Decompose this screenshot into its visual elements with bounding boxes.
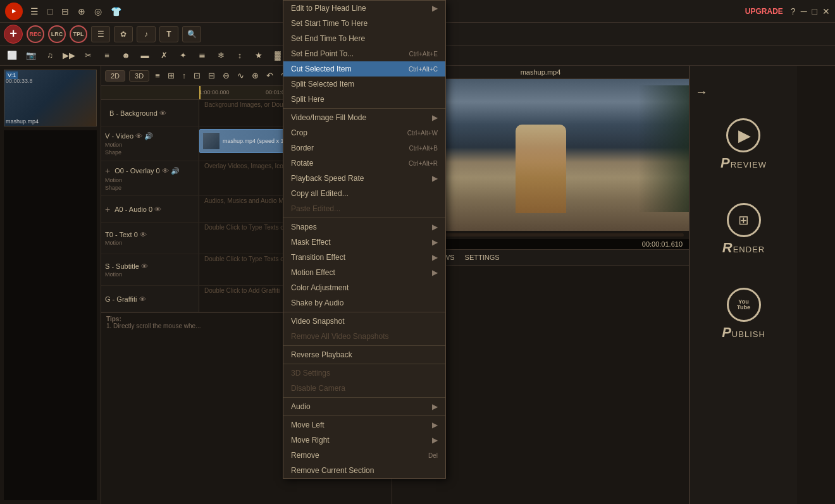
tb2-layers-icon[interactable]: ≡ (99, 48, 115, 63)
cm-fill-mode[interactable]: Video/Image Fill Mode ▶ (283, 110, 445, 125)
eye-audio[interactable]: 👁 (154, 206, 161, 213)
eye-video[interactable]: 👁 (135, 132, 142, 140)
eye-subtitle[interactable]: 👁 (141, 262, 148, 270)
mode-2d-button[interactable]: 2D (105, 70, 125, 82)
eye-graffiti[interactable]: 👁 (139, 295, 146, 303)
new-icon[interactable]: □ (47, 6, 53, 16)
tb2-list-icon[interactable]: ≣ (194, 48, 210, 63)
cm-edit-playhead-arrow: ▶ (432, 4, 438, 13)
shirt-icon[interactable]: 👕 (111, 6, 121, 16)
cm-split-here[interactable]: Split Here (283, 92, 445, 107)
crop-icon[interactable]: ⊡ (192, 71, 202, 80)
cm-move-right[interactable]: Move Right ▶ (283, 433, 445, 448)
cm-transition-effect[interactable]: Transition Effect ▶ (283, 250, 445, 265)
preview-button[interactable]: ▶ P REVIEW (721, 118, 767, 171)
close-button[interactable]: ✕ (822, 6, 830, 16)
context-menu: Edit to Play Head Line ▶ Set Start Time … (283, 0, 446, 479)
cm-video-snapshot[interactable]: Video Snapshot (283, 314, 445, 329)
speaker-overlay[interactable]: 🔊 (171, 167, 180, 175)
cm-set-end-label: Set End Time To Here (291, 34, 438, 43)
zoom-in-icon[interactable]: ⊕ (250, 71, 261, 80)
tb2-camera-icon[interactable]: 📷 (23, 48, 39, 63)
track-graffiti-placeholder: Double Click to Add Graffiti (199, 285, 285, 297)
eye-overlay[interactable]: 👁 (162, 167, 169, 175)
text-button[interactable]: T (159, 26, 178, 42)
tb2-music-icon[interactable]: ♫ (42, 48, 58, 63)
tb2-snowflake-icon[interactable]: ❄ (213, 48, 229, 63)
add-overlay[interactable]: + (105, 166, 110, 176)
up-icon[interactable]: ↑ (180, 71, 189, 80)
cm-rotate[interactable]: Rotate Ctrl+Alt+R (283, 156, 445, 171)
cm-set-endpoint[interactable]: Set End Point To... Ctrl+Alt+E (283, 46, 445, 61)
wave-icon[interactable]: ∿ (235, 71, 246, 80)
sort-icon[interactable]: ≡ (153, 71, 162, 80)
help-button[interactable]: ? (791, 6, 796, 16)
grid-icon[interactable]: ⊞ (166, 71, 176, 80)
tb2-star-icon[interactable]: ✦ (175, 48, 191, 63)
flower-button[interactable]: ✿ (114, 26, 133, 42)
cm-rotate-label: Rotate (291, 159, 404, 168)
add-media-button[interactable]: + (4, 25, 23, 44)
tb2-bar-icon[interactable]: ▬ (137, 48, 153, 63)
publish-button[interactable]: You Tube P UBLISH (722, 288, 765, 341)
cm-shapes[interactable]: Shapes ▶ (283, 219, 445, 235)
cm-mask-effect[interactable]: Mask Effect ▶ (283, 235, 445, 250)
cm-crop[interactable]: Crop Ctrl+Alt+W (283, 125, 445, 140)
app-logo: ▶ (5, 3, 23, 20)
cm-audio[interactable]: Audio ▶ (283, 399, 445, 414)
arrow-icon[interactable]: → (695, 85, 708, 99)
tb2-cut-icon[interactable]: ✂ (80, 48, 96, 63)
media-thumbnail[interactable]: V:1 00:00:33.8 mashup.mp4 (4, 70, 97, 126)
search-icon2[interactable]: ◎ (94, 6, 102, 16)
tb2-emoji-icon[interactable]: ☻ (118, 48, 134, 63)
cm-paste-edited-label: Paste Edited... (291, 204, 438, 213)
view-icon[interactable]: ⊟ (61, 6, 69, 16)
cm-motion-effect[interactable]: Motion Effect ▶ (283, 265, 445, 280)
mode-3d-button[interactable]: 3D (129, 70, 149, 82)
cm-remove[interactable]: Remove Del (283, 448, 445, 463)
cm-move-left[interactable]: Move Left ▶ (283, 417, 445, 433)
cm-mask-arrow: ▶ (432, 238, 438, 247)
tpl-button[interactable]: TPL (70, 25, 87, 43)
lrc-button[interactable]: LRC (48, 25, 66, 43)
undo-icon[interactable]: ↶ (264, 71, 275, 80)
cm-shake-audio[interactable]: Shake by Audio (283, 295, 445, 310)
tb2-star2-icon[interactable]: ★ (250, 48, 267, 63)
cm-copy-edited[interactable]: Copy all Edited... (283, 186, 445, 201)
rec-button[interactable]: REC (27, 25, 44, 43)
render-button[interactable]: ⊞ R ENDER (722, 203, 765, 256)
cm-border[interactable]: Border Ctrl+Alt+B (283, 140, 445, 156)
add-audio[interactable]: + (105, 204, 110, 214)
eye-text[interactable]: 👁 (140, 231, 147, 238)
menu-icon[interactable]: ☰ (30, 6, 39, 16)
cm-set-end[interactable]: Set End Time To Here (283, 31, 445, 46)
music-button[interactable]: ♪ (137, 26, 156, 42)
tb2-video-icon[interactable]: ⬜ (4, 48, 20, 63)
search-toolbar-button[interactable]: 🔍 (182, 26, 201, 42)
cm-edit-playhead[interactable]: Edit to Play Head Line ▶ (283, 1, 445, 16)
cm-3d-label: 3D Settings (291, 369, 438, 378)
cm-split-selected[interactable]: Split Selected Item (283, 77, 445, 92)
maximize-button[interactable]: □ (812, 6, 817, 16)
tab-settings[interactable]: SETTINGS (465, 254, 500, 261)
zoom-out-icon[interactable]: ⊖ (221, 71, 232, 80)
minimize-button[interactable]: ─ (801, 6, 807, 16)
cm-transition-label: Transition Effect (291, 253, 432, 262)
speaker-video[interactable]: 🔊 (144, 132, 153, 140)
cm-color-adjustment[interactable]: Color Adjustment (283, 280, 445, 295)
list-view-button[interactable]: ☰ (91, 26, 110, 42)
tb2-updown-icon[interactable]: ↕ (232, 48, 248, 63)
upgrade-button[interactable]: UPGRADE (745, 7, 783, 16)
tb2-forward-icon[interactable]: ▶▶ (61, 48, 77, 63)
cm-camera-label: Disable Camera (291, 384, 438, 393)
cm-set-start[interactable]: Set Start Time To Here (283, 16, 445, 31)
cm-playback-speed[interactable]: Playback Speed Rate ▶ (283, 171, 445, 186)
cm-reverse-playback[interactable]: Reverse Playback (283, 347, 445, 362)
action-panel: → ▶ P REVIEW ⊞ R ENDER Yo (690, 66, 797, 504)
cm-remove-section[interactable]: Remove Current Section (283, 463, 445, 478)
split-icon[interactable]: ⊕ (78, 6, 85, 16)
tb2-delete-icon[interactable]: ✗ (156, 48, 172, 63)
eye-bg[interactable]: 👁 (159, 109, 166, 117)
cm-cut-selected[interactable]: Cut Selected Item Ctrl+Alt+C (283, 61, 445, 77)
cut-tl-icon[interactable]: ⊟ (206, 71, 217, 80)
